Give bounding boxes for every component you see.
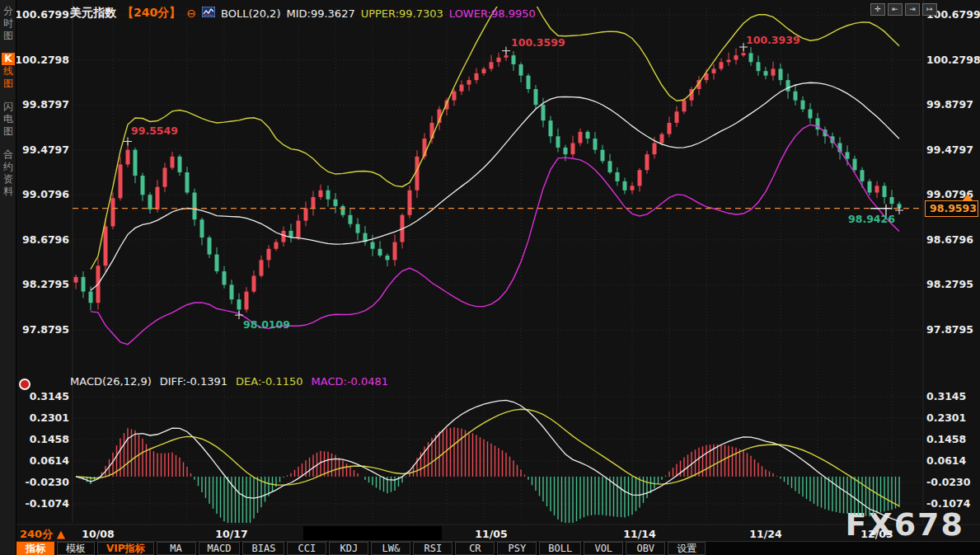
indicator-button-boll[interactable]: BOLL (539, 542, 581, 555)
svg-text:97.8795: 97.8795 (926, 323, 973, 336)
price-badge-value: 98.9593 (930, 202, 977, 214)
app-window: 分时图 K线图 闪电图 合约资料 FX678100.6799100.679910… (0, 0, 980, 555)
svg-text:0.1458: 0.1458 (30, 433, 69, 445)
svg-text:100.2798: 100.2798 (15, 54, 69, 66)
timeline-scrollbar-thumb[interactable] (303, 526, 442, 540)
indicator-button-obv[interactable]: OBV (626, 542, 665, 555)
indicator-button-psy[interactable]: PSY (497, 542, 537, 555)
svg-text:0.2301: 0.2301 (30, 412, 69, 424)
svg-text:97.8795: 97.8795 (22, 323, 69, 336)
chart-header: 美元指数【240分】 ⊖ BOLL(20,2) MID:99.3627 UPPE… (70, 6, 536, 21)
svg-text:98.6796: 98.6796 (926, 233, 973, 246)
collapse-icon[interactable]: ⊖ (186, 7, 196, 19)
pan-icon[interactable]: ✛ (870, 3, 885, 16)
chart-thumbnail-icon[interactable] (202, 7, 215, 20)
indicator-button-lw[interactable]: LW& (371, 542, 410, 555)
svg-text:99.8797: 99.8797 (22, 98, 69, 111)
boll-layer (91, 0, 899, 345)
svg-text:-0.0230: -0.0230 (26, 476, 70, 488)
period-selector-label: 240分 (20, 528, 53, 540)
indicator-button-cr[interactable]: CR (455, 542, 495, 555)
svg-text:98.0109: 98.0109 (243, 318, 290, 331)
svg-text:98.2795: 98.2795 (22, 278, 69, 290)
sidebar-tab-flash-chart[interactable]: 闪电图 (0, 101, 16, 138)
indicator-settings-icon[interactable] (19, 379, 30, 390)
boll-lower-value: LOWER:98.9950 (449, 7, 536, 20)
indicator-button-vol[interactable]: VOL (584, 542, 623, 555)
macd-diff-value: DIFF:-0.1391 (160, 375, 227, 388)
period-selector[interactable]: 240分 ▲ (20, 527, 65, 542)
indicator-button-bias[interactable]: BIAS (242, 542, 284, 555)
kline-tab-rest: 线图 (3, 65, 13, 89)
svg-text:0.0614: 0.0614 (30, 454, 70, 467)
indicator-button-cci[interactable]: CCI (287, 542, 326, 555)
tab-templates[interactable]: 模板 (57, 542, 95, 555)
svg-text:11/24: 11/24 (749, 528, 782, 540)
sidebar-tab-kline-chart[interactable]: K线图 (0, 53, 16, 90)
svg-text:11/14: 11/14 (623, 528, 656, 540)
svg-text:98.6796: 98.6796 (22, 233, 69, 246)
indicator-button-kdj[interactable]: KDJ (329, 542, 368, 555)
shift-right-icon[interactable]: ↦ (922, 3, 937, 16)
compress-left-icon[interactable]: ⇤ (888, 3, 903, 16)
svg-text:12/03: 12/03 (860, 528, 893, 540)
candles-layer (74, 47, 902, 315)
sidebar-tab-contract-info[interactable]: 合约资料 (0, 148, 16, 198)
svg-text:10/08: 10/08 (82, 528, 114, 540)
indicator-button-group: MAMACDBIASCCIKDJLW&RSICRPSYBOLLVOLOBV (157, 542, 668, 555)
svg-text:100.3939: 100.3939 (746, 34, 800, 46)
indicator-button-ma[interactable]: MA (157, 542, 196, 555)
macd-param-label: MACD(26,12,9) (70, 375, 152, 388)
bottom-toolbar: 指标 模板 VIP指标 MAMACDBIASCCIKDJLW&RSICRPSYB… (16, 541, 980, 555)
svg-text:98.2795: 98.2795 (926, 278, 973, 290)
tab-indicators[interactable]: 指标 (16, 542, 54, 555)
svg-text:0.0614: 0.0614 (926, 454, 967, 467)
svg-text:99.4797: 99.4797 (22, 143, 69, 156)
boll-param-label: BOLL(20,2) (221, 7, 281, 20)
left-sidebar: 分时图 K线图 闪电图 合约资料 (0, 0, 16, 555)
svg-text:-0.0230: -0.0230 (926, 476, 971, 488)
tab-vip-indicators[interactable]: VIP指标 (97, 542, 154, 555)
macd-dea-value: DEA:-0.1150 (236, 375, 302, 388)
svg-text:0.1458: 0.1458 (926, 433, 966, 445)
kline-tab-head: K (2, 53, 15, 65)
svg-text:100.3599: 100.3599 (511, 36, 565, 49)
axis-tools: ✛ ⇤ ⇥ ↦ (870, 3, 937, 16)
svg-text:98.9426: 98.9426 (848, 213, 895, 225)
svg-text:0.2301: 0.2301 (926, 412, 966, 424)
svg-text:0.3145: 0.3145 (926, 390, 966, 402)
boll-mid-value: MID:99.3627 (286, 7, 354, 20)
compress-right-icon[interactable]: ⇥ (905, 3, 920, 16)
macd-macd-value: MACD:-0.0481 (312, 375, 389, 388)
svg-text:11/05: 11/05 (475, 528, 507, 540)
symbol-title: 美元指数 (70, 6, 116, 21)
chart-canvas[interactable]: FX678100.6799100.6799100.2798100.279899.… (0, 0, 980, 555)
annotations-layer: 99.554998.0109100.3599100.393998.9426 (124, 34, 903, 331)
period-up-arrow-icon: ▲ (57, 528, 65, 540)
macd-layer (76, 400, 899, 531)
indicator-button-rsi[interactable]: RSI (413, 542, 452, 555)
settings-button[interactable]: 设置 (668, 542, 706, 555)
price-badge: 98.9593 (925, 200, 978, 217)
svg-text:100.2798: 100.2798 (926, 54, 980, 66)
svg-text:99.8797: 99.8797 (926, 98, 973, 111)
sidebar-tab-time-chart[interactable]: 分时图 (0, 5, 16, 42)
svg-text:-0.1074: -0.1074 (26, 497, 70, 510)
price-up-arrow-icon (963, 194, 973, 200)
indicator-button-macd[interactable]: MACD (199, 542, 241, 555)
svg-text:-0.1074: -0.1074 (926, 497, 971, 510)
svg-text:99.4797: 99.4797 (926, 143, 973, 156)
svg-text:0.3145: 0.3145 (30, 390, 69, 402)
svg-text:99.5549: 99.5549 (131, 125, 178, 137)
svg-text:100.6799: 100.6799 (15, 8, 69, 21)
macd-header: MACD(26,12,9) DIFF:-0.1391 DEA:-0.1150 M… (70, 374, 388, 388)
boll-upper-value: UPPER:99.7303 (361, 7, 443, 20)
svg-text:10/17: 10/17 (215, 528, 247, 540)
svg-text:99.0796: 99.0796 (22, 188, 69, 200)
period-label: 【240分】 (122, 6, 181, 21)
